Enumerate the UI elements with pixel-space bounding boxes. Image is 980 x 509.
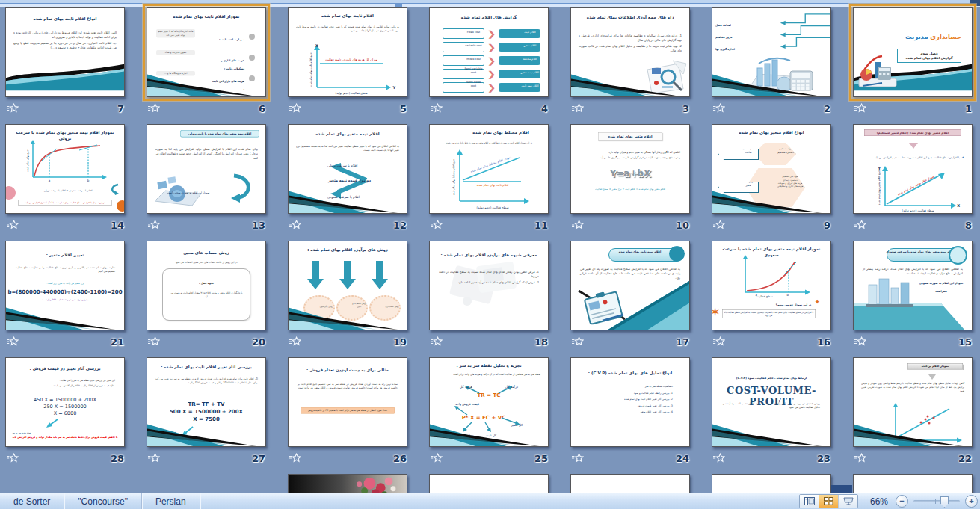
zoom-in-button[interactable]: + xyxy=(965,495,978,508)
slide-footer: 10 xyxy=(570,218,690,232)
slide-thumbnail[interactable]: گرایش های اقلام تمام شده اقلام ثابت ❮ Fi… xyxy=(429,7,549,97)
formula-footnote: اقلام متغیر بهای تمام شده = اقلام ثابت +… xyxy=(579,188,682,191)
slide-number: 20 xyxy=(252,336,265,348)
animation-star-icon[interactable] xyxy=(712,103,725,114)
slide-number: 16 xyxy=(817,336,830,348)
svg-text:Y: Y xyxy=(877,166,881,170)
slide-number: 27 xyxy=(252,453,265,464)
slide-thumbnail[interactable]: تجزیه و تحلیل نقطه سر به سر : نقطه سر به… xyxy=(429,357,549,447)
zoom-out-button[interactable]: − xyxy=(896,495,908,508)
animation-star-icon[interactable] xyxy=(571,103,584,114)
animation-star-icon[interactable] xyxy=(854,103,866,114)
slide-thumbnail[interactable]: بررسی آثار تغییر اقلام ثابت بهای تمام شد… xyxy=(147,357,266,447)
animation-star-icon[interactable] xyxy=(6,336,19,347)
animation-star-icon[interactable] xyxy=(147,453,160,463)
animation-star-icon[interactable] xyxy=(430,220,443,230)
slide-show-view-button[interactable] xyxy=(839,495,857,508)
slide-thumbnail[interactable]: نمودار اقلام ثابت بهای تمام شده سربار سا… xyxy=(147,7,266,97)
animation-star-icon[interactable] xyxy=(289,453,301,463)
scroll-banner: اقلام متغیر بهای تمام شده xyxy=(598,132,662,141)
formula-line: 450 X = 1500000 + 200X xyxy=(6,397,124,403)
slide-thumbnail[interactable]: اقلام نیمه متغیر بهای تمام شده به اقلامی… xyxy=(288,124,407,214)
slide-thumbnail[interactable]: نمودار اقلام نیمه متغیر بهای تمام شده با… xyxy=(5,124,125,214)
animation-star-icon[interactable] xyxy=(430,336,443,347)
animation-star-icon[interactable] xyxy=(6,453,19,463)
slide-thumbnail[interactable]: بررسی آثار تغییر در قیمت فروش : این تغیی… xyxy=(5,357,125,447)
teal-wedge-decoration xyxy=(289,125,407,213)
slide-thumbnail[interactable]: انواع اقلام ثابت بهای تمام شده الف- اقلا… xyxy=(5,7,125,97)
scrollbar-fragment[interactable] xyxy=(970,0,980,6)
slide-thumbnail[interactable]: اهداف فصلمرور مفاهیماندازه گیری بها xyxy=(712,7,831,97)
content-box: نحوه عمل : با جایگذاری اقلام متغیر و مان… xyxy=(162,268,250,321)
slide-cell: اهداف فصلمرور مفاهیماندازه گیری بها 2 xyxy=(712,7,831,115)
slide-number: 24 xyxy=(676,453,689,464)
animation-star-icon[interactable] xyxy=(289,336,301,347)
slide-cell: اقلام متغیر بهای تمام شده (اقلام متغیر م… xyxy=(853,124,973,232)
animation-star-icon[interactable] xyxy=(854,336,866,347)
slide-thumbnail[interactable]: تعیین اقلام متغیر : تفاوت بهای تمام شده … xyxy=(5,241,125,330)
slide-number: 22 xyxy=(958,453,972,464)
slide-sorter-view-button[interactable] xyxy=(819,495,839,508)
animation-star-icon[interactable] xyxy=(430,453,443,463)
animation-star-icon[interactable] xyxy=(147,103,160,114)
slide-thumbnail[interactable]: حسابداری مدیریت فصل سوم گزارش اقلام بهای… xyxy=(853,7,973,97)
slide-number: 25 xyxy=(534,453,548,464)
animation-star-icon[interactable] xyxy=(430,103,443,114)
animation-star-icon[interactable] xyxy=(6,220,19,230)
normal-view-button[interactable] xyxy=(800,495,819,508)
slide-thumbnail[interactable]: انواع اقلام متغیر بهای تمام شده مواد مست… xyxy=(712,124,831,214)
animation-star-icon[interactable] xyxy=(147,220,160,230)
status-language-label[interactable]: Persian xyxy=(142,493,200,509)
svg-text:b: b xyxy=(786,293,789,297)
slide-thumbnail[interactable]: روش های برآورد اقلام بهای تمام شده : روش… xyxy=(288,241,407,330)
chart-caption: نمودار این اقلام به صورت صعودی همراست xyxy=(919,281,963,293)
slide-number: 11 xyxy=(534,220,548,231)
warning-text: با کاهش قیمت فروش برای حفظ نقطه سر به سر… xyxy=(12,436,118,439)
slide-thumbnail[interactable]: انواع تحلیل های بهای تمام شده (C.V.P) : … xyxy=(570,357,690,447)
slide-thumbnail[interactable]: روش حساب های معین در این روش از مانده حس… xyxy=(147,241,266,330)
teal-wedge-decoration xyxy=(430,358,548,446)
animation-star-icon[interactable] xyxy=(289,103,301,114)
status-view-label[interactable]: de Sorter xyxy=(0,493,64,509)
slide-cell: نمودار اقلام پراکنده گاهی اوقات تحلیل سط… xyxy=(853,357,973,465)
svg-text:سطح فعالیت: سطح فعالیت xyxy=(756,294,774,298)
svg-text:میزان کل هزینه های ثابت در دام: میزان کل هزینه های ثابت در دامنه فعالیت xyxy=(325,58,377,61)
slide-thumbnail[interactable]: راه های جمع آوری اطلاعات بهای تمام شده 1… xyxy=(570,7,690,97)
slide-thumbnail[interactable]: اقلام نیمه ثابت بهای تمام شده به اقلامی … xyxy=(570,241,690,330)
slide-thumbnail[interactable]: نمودار اقلام نیمه متغیر بهای تمام شده با… xyxy=(712,241,831,330)
slide-thumbnail[interactable]: اقلام نیمه متغیر بهای تمام شده با سرعت ص… xyxy=(853,241,973,330)
formula-text: Y=a+bX xyxy=(571,168,689,179)
slide-cell: اقلام نیمه متغیر بهای تمام شده به اقلامی… xyxy=(288,124,407,232)
slide-cell: اقلام نیمه متغیر بهای تمام شده با سرعت ص… xyxy=(853,241,973,348)
slide-thumbnail[interactable]: اقلام متغیر بهای تمام شده اقلامی که الگو… xyxy=(570,124,690,214)
slide-thumbnail[interactable]: نمودار اقلام پراکنده گاهی اوقات تحلیل سط… xyxy=(853,357,973,447)
animation-star-icon[interactable] xyxy=(571,453,584,463)
slide-paragraph: 2- فرض اینکه گرایش اقلام بهای تمام شده د… xyxy=(439,280,539,285)
slide-footer: 21 xyxy=(5,335,125,348)
zoom-slider-thumb[interactable] xyxy=(940,496,949,508)
slide-thumbnail[interactable]: اقلام متغیر بهای تمام شده (اقلام متغیر م… xyxy=(853,124,973,214)
animation-star-icon[interactable] xyxy=(6,103,19,114)
animation-star-icon[interactable] xyxy=(571,220,584,230)
animation-star-icon[interactable] xyxy=(712,220,725,230)
status-theme-label[interactable]: "Concourse" xyxy=(64,493,141,509)
slide-number: 19 xyxy=(393,336,407,348)
slide-thumbnail[interactable]: اقلام نیمه متغیر بهای تمام شده با ثابت ن… xyxy=(147,124,266,214)
slide-cell: روش های برآورد اقلام بهای تمام شده : روش… xyxy=(288,241,407,348)
animation-star-icon[interactable] xyxy=(712,453,725,463)
zoom-slider[interactable] xyxy=(913,500,960,502)
animation-star-icon[interactable] xyxy=(289,220,301,230)
slide-cell: حسابداری مدیریت فصل سوم گزارش اقلام بهای… xyxy=(853,7,973,115)
zoom-percent-label[interactable]: 66% xyxy=(866,496,888,507)
animation-star-icon[interactable] xyxy=(854,220,866,230)
slide-thumbnail[interactable]: اقلام ثابت بهای تمام شده به بیانی ساده ا… xyxy=(288,7,407,97)
slide-thumbnail[interactable]: اقلام مختلط بهای تمام شده در این نمودار … xyxy=(429,124,549,214)
animation-star-icon[interactable] xyxy=(712,336,725,347)
slide-thumbnail[interactable]: مثالی برای به دست آوردن تعداد فروش : ساد… xyxy=(288,357,407,447)
slide-title: انواع تحلیل های بهای تمام شده (C.V.P) : xyxy=(579,370,682,376)
animation-star-icon[interactable] xyxy=(147,336,160,347)
animation-star-icon[interactable] xyxy=(854,453,866,463)
animation-star-icon[interactable] xyxy=(571,336,584,347)
slide-thumbnail[interactable]: معرفی شیوه های برآورد اقلام بهای تمام شد… xyxy=(429,241,549,330)
slide-thumbnail[interactable]: ارتباط بهای تمام شده ـ حجم فعالیت ـ سود … xyxy=(712,357,831,447)
